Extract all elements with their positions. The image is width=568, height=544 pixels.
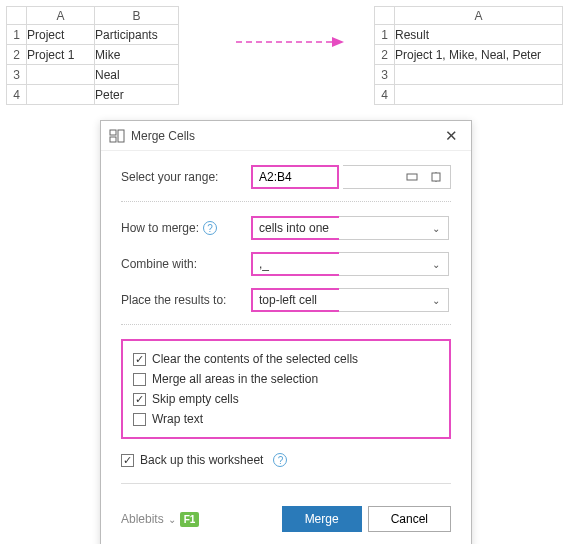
cell[interactable]: Neal [95, 65, 179, 85]
row-header[interactable]: 2 [375, 45, 395, 65]
wrap-checkbox[interactable] [133, 413, 146, 426]
close-button[interactable]: ✕ [439, 124, 463, 148]
col-header[interactable]: B [95, 7, 179, 25]
backup-label: Back up this worksheet [140, 453, 263, 467]
row-header[interactable]: 2 [7, 45, 27, 65]
row-header[interactable]: 4 [7, 85, 27, 105]
svg-rect-5 [407, 174, 417, 180]
clear-label: Clear the contents of the selected cells [152, 352, 358, 366]
row-header[interactable]: 3 [7, 65, 27, 85]
cell[interactable]: Result [395, 25, 563, 45]
collapse-range-icon[interactable] [402, 167, 422, 187]
svg-rect-2 [110, 130, 116, 135]
svg-rect-6 [432, 173, 440, 181]
cell[interactable]: Participants [95, 25, 179, 45]
svg-rect-4 [118, 130, 124, 142]
how-merge-label: How to merge: ? [121, 221, 251, 235]
chevron-down-icon: ⌄ [168, 514, 176, 525]
row-header[interactable]: 4 [375, 85, 395, 105]
row-header[interactable]: 1 [7, 25, 27, 45]
chevron-down-icon: ⌄ [432, 223, 440, 234]
f1-badge[interactable]: F1 [180, 512, 200, 527]
titlebar: Merge Cells ✕ [101, 121, 471, 151]
merge-cells-dialog: Merge Cells ✕ Select your range: [100, 120, 472, 544]
cell[interactable]: Project 1, Mike, Neal, Peter [395, 45, 563, 65]
merge-all-label: Merge all areas in the selection [152, 372, 318, 386]
cell[interactable] [395, 65, 563, 85]
skip-empty-checkbox[interactable]: ✓ [133, 393, 146, 406]
row-header[interactable]: 1 [375, 25, 395, 45]
source-table: A B 1 Project Participants 2 Project 1 M… [6, 6, 179, 105]
merge-button[interactable]: Merge [282, 506, 362, 532]
range-input[interactable] [251, 165, 339, 189]
dialog-title: Merge Cells [131, 129, 439, 143]
combine-with-label: Combine with: [121, 257, 251, 271]
select-range-label: Select your range: [121, 170, 251, 184]
cell[interactable]: Peter [95, 85, 179, 105]
options-group: ✓ Clear the contents of the selected cel… [121, 339, 451, 439]
result-table: A 1 Result 2 Project 1, Mike, Neal, Pete… [374, 6, 563, 105]
grid-corner [375, 7, 395, 25]
col-header[interactable]: A [27, 7, 95, 25]
cell[interactable]: Project [27, 25, 95, 45]
cell[interactable]: Mike [95, 45, 179, 65]
skip-empty-label: Skip empty cells [152, 392, 239, 406]
arrow-icon [236, 34, 346, 50]
clear-checkbox[interactable]: ✓ [133, 353, 146, 366]
cancel-button[interactable]: Cancel [368, 506, 451, 532]
merge-all-checkbox[interactable] [133, 373, 146, 386]
chevron-down-icon: ⌄ [432, 259, 440, 270]
place-results-dropdown[interactable]: top-left cell ⌄ [251, 288, 449, 312]
svg-rect-3 [110, 137, 116, 142]
backup-checkbox[interactable]: ✓ [121, 454, 134, 467]
expand-range-icon[interactable] [426, 167, 446, 187]
place-results-label: Place the results to: [121, 293, 251, 307]
merge-cells-icon [109, 128, 125, 144]
help-icon[interactable]: ? [273, 453, 287, 467]
combine-with-dropdown[interactable]: ,_ ⌄ [251, 252, 449, 276]
help-icon[interactable]: ? [203, 221, 217, 235]
cell[interactable]: Project 1 [27, 45, 95, 65]
grid-corner [7, 7, 27, 25]
brand[interactable]: Ablebits ⌄ F1 [121, 512, 276, 527]
cell[interactable] [395, 85, 563, 105]
row-header[interactable]: 3 [375, 65, 395, 85]
svg-marker-1 [332, 37, 344, 47]
cell[interactable] [27, 85, 95, 105]
col-header[interactable]: A [395, 7, 563, 25]
chevron-down-icon: ⌄ [432, 295, 440, 306]
wrap-label: Wrap text [152, 412, 203, 426]
how-merge-dropdown[interactable]: cells into one ⌄ [251, 216, 449, 240]
cell[interactable] [27, 65, 95, 85]
